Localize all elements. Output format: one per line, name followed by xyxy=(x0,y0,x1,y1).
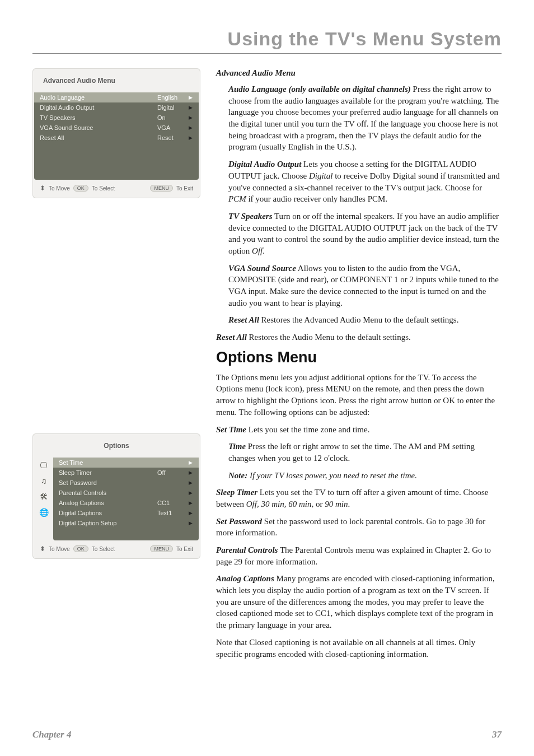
menu-row: Sleep TimerOff▶ xyxy=(53,468,199,478)
tools-icon: 🛠 xyxy=(37,490,50,503)
menu-row: Reset AllReset▶ xyxy=(34,133,199,143)
menu-row: Set Password▶ xyxy=(53,478,199,488)
updown-icon xyxy=(40,184,45,192)
picture-icon: 🖵 xyxy=(37,459,50,472)
paragraph: TV Speakers Turn on or off the internal … xyxy=(216,211,502,257)
paragraph: Analog Captions Many programs are encode… xyxy=(216,573,502,631)
header-rule xyxy=(32,53,502,54)
paragraph: Time Press the left or right arrow to se… xyxy=(216,441,502,464)
paragraph: VGA Sound Source Allows you to listen to… xyxy=(216,263,502,309)
paragraph: Set Password Set the password used to lo… xyxy=(216,516,502,539)
note: Note: If your TV loses power, you need t… xyxy=(216,470,502,482)
globe-icon: 🌐 xyxy=(37,506,50,519)
menu-title: Advanced Audio Menu xyxy=(34,70,199,92)
options-menu-screenshot: Options 🖵 ♫ 🛠 🌐 Set Time▶ Sleep TimerOff… xyxy=(32,433,200,559)
page-footer: Chapter 4 37 xyxy=(32,729,502,740)
paragraph: Sleep Timer Lets you set the TV to turn … xyxy=(216,487,502,510)
menu-nav-hints: To Move OK To Select MENU To Exit xyxy=(34,540,199,557)
menu-row: TV SpeakersOn▶ xyxy=(34,113,199,123)
chapter-label: Chapter 4 xyxy=(32,729,71,740)
page-header: Using the TV's Menu System xyxy=(32,28,502,50)
paragraph: The Options menu lets you adjust additio… xyxy=(216,372,502,418)
paragraph: Reset All Restores the Advanced Audio Me… xyxy=(216,314,502,326)
menu-title: Options xyxy=(34,435,199,458)
paragraph: Parental Controls The Parental Controls … xyxy=(216,544,502,567)
paragraph: Digital Audio Output Lets you choose a s… xyxy=(216,158,502,205)
options-menu-heading: Options Menu xyxy=(216,349,502,366)
advanced-audio-menu-screenshot: Advanced Audio Menu Audio LanguageEnglis… xyxy=(32,68,200,198)
section-heading: Advanced Audio Menu xyxy=(216,68,502,78)
page-number: 37 xyxy=(492,729,502,740)
menu-nav-hints: To Move OK To Select MENU To Exit xyxy=(34,180,199,197)
menu-row: Digital Caption Setup▶ xyxy=(53,518,199,528)
menu-row: Digital CaptionsText1▶ xyxy=(53,508,199,518)
menu-row: Set Time▶ xyxy=(53,458,199,468)
menu-row: Parental Controls▶ xyxy=(53,488,199,498)
updown-icon xyxy=(40,545,45,553)
paragraph: Note that Closed captioning is not avail… xyxy=(216,637,502,660)
paragraph: Audio Language (only available on digita… xyxy=(216,83,502,153)
paragraph: Reset All Restores the Audio Menu to the… xyxy=(216,332,502,343)
menu-row: Analog CaptionsCC1▶ xyxy=(53,498,199,508)
menu-row: VGA Sound SourceVGA▶ xyxy=(34,123,199,133)
sound-icon: ♫ xyxy=(37,474,50,488)
paragraph: Set Time Lets you set the time zone and … xyxy=(216,424,502,436)
menu-row: Audio LanguageEnglish▶ xyxy=(34,92,199,102)
menu-row: Digital Audio OutputDigital▶ xyxy=(34,102,199,113)
